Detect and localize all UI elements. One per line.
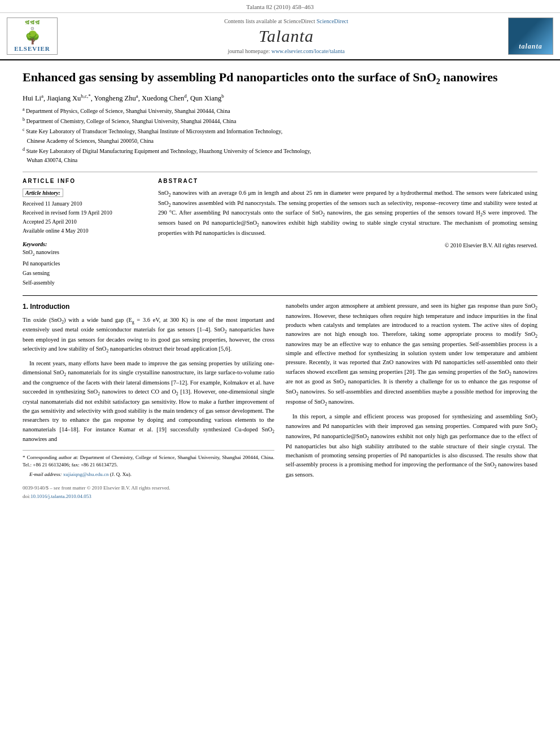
journal-center: Contents lists available at ScienceDirec…: [64, 18, 508, 55]
received-revised-date: Received in revised form 19 April 2010: [23, 208, 147, 217]
section-divider: [23, 295, 537, 296]
article-info-heading: ARTICLE INFO: [23, 178, 147, 184]
doi-line: doi:10.1016/j.talanta.2010.04.053: [23, 492, 274, 500]
issn-line: 0039-9140/$ – see front matter © 2010 El…: [23, 484, 274, 492]
contents-line: Contents lists available at ScienceDirec…: [224, 18, 348, 24]
article-history-label: Article history:: [23, 189, 63, 197]
citation-text: Talanta 82 (2010) 458–463: [246, 3, 313, 10]
abstract-column: ABSTRACT SnO2 nanowires with an average …: [158, 178, 537, 287]
accepted-date: Accepted 25 April 2010: [23, 217, 147, 226]
main-content: Enhanced gas sensing by assembling Pd na…: [0, 60, 560, 512]
email-link[interactable]: xujiaiqng@shu.edu.cn: [63, 471, 109, 477]
body-left-col: 1. Introduction Tin oxide (SnO2) with a …: [23, 302, 274, 500]
body-para-2: In recent years, many efforts have been …: [23, 359, 274, 444]
keyword-1: SnO2 nanowires: [23, 247, 147, 259]
affiliation-b: b Department of Chemistry, College of Sc…: [23, 116, 537, 126]
available-date: Available online 4 May 2010: [23, 226, 147, 235]
affiliations: a Department of Physics, College of Scie…: [23, 106, 537, 165]
doi-link[interactable]: 10.1016/j.talanta.2010.04.053: [30, 493, 91, 499]
keyword-3: Gas sensing: [23, 268, 147, 278]
citation-bar: Talanta 82 (2010) 458–463: [0, 0, 560, 13]
keywords-list: SnO2 nanowires Pd nanoparticles Gas sens…: [23, 247, 147, 287]
affiliation-a: a Department of Physics, College of Scie…: [23, 106, 537, 116]
affiliation-d: d State Key Laboratory of Digital Manufa…: [23, 146, 537, 165]
journal-title: Talanta: [259, 27, 314, 46]
intro-heading: 1. Introduction: [23, 302, 274, 312]
abstract-text: SnO2 nanowires with an average 0.6 μm in…: [158, 189, 537, 238]
bottom-info: 0039-9140/$ – see front matter © 2010 El…: [23, 484, 274, 500]
elsevier-logo: 🌿🌿🌿 ⊙ 🌳 ELSEVIER: [7, 18, 58, 55]
elsevier-name: ELSEVIER: [14, 45, 50, 52]
footnote-email: E-mail address: xujiaiqng@shu.edu.cn (J.…: [23, 471, 274, 479]
talanta-cover-label: talanta: [519, 42, 542, 51]
body-col2-para-2: In this report, a simple and efficient p…: [286, 412, 537, 480]
body-para-1: Tin oxide (SnO2) with a wide band gap (E…: [23, 316, 274, 355]
info-abstract-section: ARTICLE INFO Article history: Received 1…: [23, 178, 537, 287]
authors-line: Hui Lia, Jiaqiang Xub,c,*, Yongheng Zhua…: [23, 93, 537, 103]
body-right-col: nanobelts under argon atmosphere at ambi…: [286, 302, 537, 500]
body-section: 1. Introduction Tin oxide (SnO2) with a …: [23, 302, 537, 500]
footnote-section: * Corresponding author at: Department of…: [23, 450, 274, 479]
divider-1: [23, 172, 537, 172]
logo-top-text: 🌿🌿🌿 ⊙: [25, 20, 40, 32]
keywords-label: Keywords:: [23, 241, 147, 247]
talanta-cover-image: talanta: [508, 18, 553, 55]
abstract-heading: ABSTRACT: [158, 178, 537, 184]
body-col2-para-1: nanobelts under argon atmosphere at ambi…: [286, 302, 537, 408]
keywords-section: Keywords: SnO2 nanowires Pd nanoparticle…: [23, 241, 147, 287]
sciencedirect-link[interactable]: ScienceDirect: [317, 18, 348, 24]
keyword-4: Self-assembly: [23, 278, 147, 287]
received-date: Received 11 January 2010: [23, 199, 147, 208]
article-title: Enhanced gas sensing by assembling Pd na…: [23, 69, 537, 88]
journal-homepage: journal homepage: www.elsevier.com/locat…: [228, 48, 344, 54]
footnote-corresponding: * Corresponding author at: Department of…: [23, 454, 274, 469]
logo-tree-icon: 🌳: [25, 32, 40, 44]
keyword-2: Pd nanoparticles: [23, 259, 147, 268]
homepage-link[interactable]: www.elsevier.com/locate/talanta: [272, 48, 345, 54]
article-info-column: ARTICLE INFO Article history: Received 1…: [23, 178, 147, 287]
affiliation-c: c State Key Laboratory of Transducer Tec…: [23, 126, 537, 145]
copyright-line: © 2010 Elsevier B.V. All rights reserved…: [158, 242, 537, 248]
journal-header: 🌿🌿🌿 ⊙ 🌳 ELSEVIER Contents lists availabl…: [0, 13, 560, 60]
